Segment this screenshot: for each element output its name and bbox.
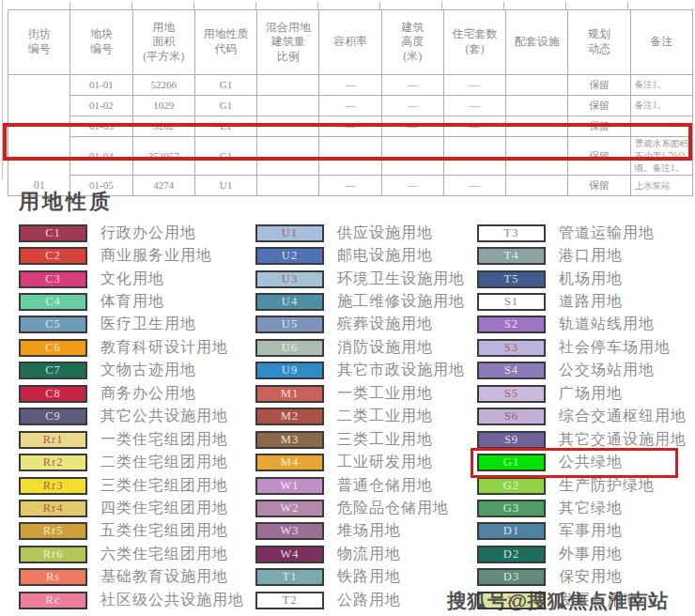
legend-label: 公路用地 [337, 591, 401, 610]
legend-swatch: W4 [255, 546, 324, 563]
legend-label: 机场用地 [559, 270, 623, 289]
legend-label: 其它绿地 [559, 499, 623, 518]
legend-label: 道路用地 [559, 292, 623, 312]
legend-item-m4: M4工业研发用地 [255, 451, 465, 473]
legend-label: 军事用地 [559, 521, 623, 541]
legend-swatch: Rr4 [19, 500, 87, 517]
legend-item-u4: U4施工维修设施用地 [255, 290, 465, 313]
legend-label: 行政办公用地 [100, 223, 196, 243]
cell-landuse-code: U1 [194, 176, 256, 196]
table-header-row: 街坊 编号地块 编号用地 面积 (平方米)用地性质 代码混合用地 建筑量 比例容… [8, 10, 693, 75]
legend-item-c9: C9其它公共设施用地 [19, 406, 244, 428]
col-header-0: 街坊 编号 [8, 10, 70, 75]
legend-label: 广场用地 [559, 384, 623, 404]
legend-swatch: S6 [477, 408, 546, 425]
legend-item-s1: S1道路用地 [477, 290, 687, 313]
cell-units: — [443, 75, 505, 96]
legend-swatch: Rr5 [19, 522, 87, 540]
legend-item-s4: S4公交场站用地 [477, 360, 687, 382]
legend-label: 外事用地 [559, 545, 623, 564]
legend-label: 保安用地 [559, 567, 623, 587]
legend-label: 二类住宅组团用地 [100, 453, 228, 472]
legend-item-d1: D1军事用地 [477, 520, 687, 543]
legend-item-c2: C2商业服务业用地 [19, 244, 244, 267]
cell-status: 保留 [568, 75, 630, 96]
legend-swatch: M2 [255, 408, 324, 425]
cell-status: 保留 [568, 96, 630, 116]
legend-item-rr4: Rr4四类住宅组团用地 [19, 497, 244, 519]
legend-item-rr1: Rr1一类住宅组团用地 [19, 428, 244, 451]
stub-line [441, 2, 442, 10]
cell-far: — [319, 176, 381, 196]
legend-swatch: U9 [255, 362, 324, 379]
cell-remark: 上水泵站 [630, 176, 692, 196]
legend-label: 生产防护绿地 [559, 476, 655, 496]
legend-swatch: C4 [19, 293, 87, 311]
legend-swatch: T5 [477, 270, 546, 288]
stub-line [193, 2, 194, 10]
legend-item-c3: C3文化用地 [19, 268, 244, 290]
legend-label: 环境卫生设施用地 [337, 270, 465, 289]
legend-label: 工业研发用地 [337, 453, 433, 472]
legend-swatch: Rr1 [19, 431, 87, 449]
cell-remark: 备注1。 [630, 96, 692, 116]
legend-label: 一类住宅组团用地 [100, 430, 228, 450]
legend-item-rs: Rs基础教育设施用地 [19, 566, 244, 589]
page: 街坊 编号地块 编号用地 面积 (平方米)用地性质 代码混合用地 建筑量 比例容… [0, 0, 695, 616]
col-header-8: 配套设施 [506, 10, 568, 75]
legend-item-m3: M3三类工业用地 [255, 428, 465, 451]
legend-swatch: U3 [255, 270, 324, 288]
legend-swatch: D1 [477, 522, 546, 540]
legend-item-t1: T1铁路用地 [255, 566, 465, 589]
legend-swatch: C2 [19, 247, 87, 265]
legend-swatch: G2 [477, 477, 546, 495]
col-header-9: 规划 动态 [568, 10, 630, 75]
legend-swatch: Rc [19, 592, 87, 609]
legend-item-c1: C1行政办公用地 [19, 222, 244, 244]
legend-item-m2: M2二类工业用地 [255, 406, 465, 428]
legend-label: 殡葬设施用地 [337, 315, 433, 334]
col-header-2: 用地 面积 (平方米) [132, 10, 194, 75]
legend-item-c7: C7文物古迹用地 [19, 360, 244, 382]
legend-item-t4: T4港口用地 [477, 244, 687, 267]
col-header-10: 备注 [630, 10, 692, 75]
legend-label: 二类工业用地 [337, 407, 433, 426]
cell-far: — [319, 96, 381, 116]
legend-swatch: W1 [255, 477, 324, 495]
legend-swatch: C6 [19, 339, 87, 357]
legend-label: 体育用地 [100, 292, 164, 312]
legend-label: 商业服务业用地 [100, 246, 212, 266]
legend-column-3: T3管道运输用地T4港口用地T5机场用地S1道路用地S2轨道站线用地S3社会停车… [477, 222, 687, 611]
legend-swatch: C5 [19, 316, 87, 333]
legend-item-u2: U2邮电设施用地 [255, 244, 465, 267]
legend-item-s2: S2轨道站线用地 [477, 314, 687, 336]
legend-swatch: S1 [477, 293, 546, 311]
legend-swatch: Rr3 [19, 477, 87, 495]
cell-height: — [381, 176, 443, 196]
cell-plot-id: 01-01 [70, 75, 132, 96]
legend-label: 邮电设施用地 [337, 246, 433, 266]
stub-line [131, 2, 132, 10]
cell-units: — [443, 176, 505, 196]
table-row: 01-021029G1———保留备注1。 [8, 96, 693, 116]
legend-swatch: U2 [255, 247, 324, 265]
stub-line [503, 2, 504, 10]
stub-line [317, 2, 318, 10]
cell-facilities [506, 96, 568, 116]
legend-item-u1: U1供应设施用地 [255, 222, 465, 244]
stub-line [70, 2, 70, 10]
legend-label: 商务办公用地 [100, 384, 196, 404]
table-row: 0101-0152266G1———保留备注1。 [8, 75, 693, 96]
legend-item-rr2: Rr2二类住宅组团用地 [19, 451, 244, 473]
legend-swatch: D3 [477, 568, 546, 586]
legend-item-rr5: Rr5五类住宅组团用地 [19, 520, 244, 543]
legend-label: 一类工业用地 [337, 384, 433, 404]
legend-item-t5: T5机场用地 [477, 268, 687, 290]
legend-swatch: T3 [477, 224, 546, 242]
highlight-box-row-01-04 [3, 123, 692, 161]
legend-column-2: U1供应设施用地U2邮电设施用地U3环境卫生设施用地U4施工维修设施用地U5殡葬… [255, 222, 465, 611]
legend-label: 五类住宅组团用地 [100, 521, 228, 541]
highlight-box-legend-g1 [471, 448, 678, 478]
legend-item-u9: U9其它市政设施用地 [255, 360, 465, 382]
cell-landuse-code: G1 [194, 75, 256, 96]
